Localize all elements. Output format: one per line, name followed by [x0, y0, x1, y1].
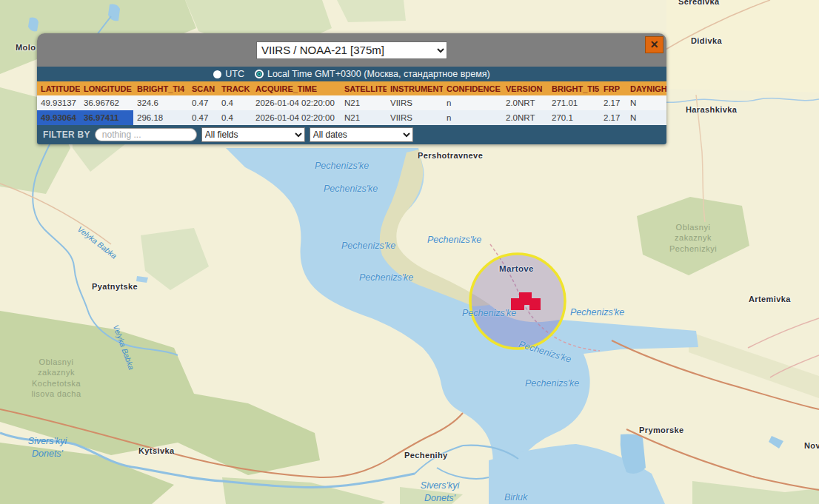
column-header[interactable]: CONFIDENCE — [443, 81, 502, 95]
table-body: 49.9313736.96762324.60.470.42026-01-04 0… — [37, 95, 666, 125]
table-cell[interactable]: 324.6 — [133, 95, 188, 110]
table-cell[interactable]: 271.01 — [548, 95, 600, 110]
map[interactable]: SeredivkaDidivkaMoloHarashkivkaPershotra… — [0, 0, 819, 504]
panel-header: VIIRS / NOAA-21 [375m] ✕ — [37, 33, 666, 67]
table-cell[interactable]: 0.47 — [188, 95, 218, 110]
table-cell[interactable]: N — [626, 110, 666, 125]
column-header[interactable]: SATELLITE — [341, 81, 387, 95]
column-header[interactable]: TRACK — [218, 81, 252, 95]
column-header[interactable]: DAYNIGHT — [626, 81, 666, 95]
table-cell[interactable]: 0.4 — [218, 95, 252, 110]
table-cell[interactable]: N — [626, 95, 666, 110]
table-cell[interactable]: n — [443, 95, 502, 110]
detections-table: LATITUDELONGITUDEBRIGHT_TI4SCANTRACKACQU… — [37, 81, 666, 125]
time-option[interactable]: Local Time GMT+0300 (Москва, стандартное… — [255, 69, 490, 79]
time-option-label: UTC — [225, 69, 244, 79]
column-header[interactable]: BRIGHT_TI4 — [133, 81, 188, 95]
time-toggle-bar: UTCLocal Time GMT+0300 (Москва, стандарт… — [37, 67, 666, 81]
table-cell[interactable]: n — [443, 110, 502, 125]
table-cell[interactable]: VIIRS — [387, 95, 443, 110]
urban-area — [666, 0, 819, 93]
close-icon: ✕ — [650, 38, 659, 50]
table-cell[interactable]: VIIRS — [387, 110, 443, 125]
table-cell[interactable]: 36.96762 — [80, 95, 133, 110]
table-cell[interactable]: 36.97411 — [80, 110, 133, 125]
filter-date-select[interactable]: All dates — [310, 127, 413, 142]
table-row[interactable]: 49.9313736.96762324.60.470.42026-01-04 0… — [37, 95, 666, 110]
detections-panel: VIIRS / NOAA-21 [375m] ✕ UTCLocal Time G… — [37, 33, 666, 144]
column-header[interactable]: SCAN — [188, 81, 218, 95]
column-header[interactable]: ACQUIRE_TIME — [252, 81, 341, 95]
column-header[interactable]: LATITUDE — [37, 81, 80, 95]
table-cell[interactable]: 2.17 — [600, 110, 626, 125]
satellite-select[interactable]: VIIRS / NOAA-21 [375m] — [256, 41, 447, 59]
filter-by-label: FILTER BY — [43, 130, 90, 140]
table-cell[interactable]: 2026-01-04 02:20:00 — [252, 95, 341, 110]
radio-icon[interactable] — [213, 70, 221, 78]
column-header[interactable]: INSTRUMENT — [387, 81, 443, 95]
time-option[interactable]: UTC — [213, 69, 244, 79]
table-cell[interactable]: 2026-01-04 02:20:00 — [252, 110, 341, 125]
radio-icon[interactable] — [255, 70, 264, 78]
table-cell[interactable]: 49.93137 — [37, 95, 80, 110]
table-cell[interactable]: 49.93064 — [37, 110, 80, 125]
filter-field-select[interactable]: All fields — [201, 127, 305, 142]
table-cell[interactable]: 2.17 — [600, 95, 626, 110]
time-option-label: Local Time GMT+0300 (Москва, стандартное… — [267, 69, 490, 79]
table-cell[interactable]: 2.0NRT — [502, 110, 548, 125]
table-row[interactable]: 49.9306436.97411296.180.470.42026-01-04 … — [37, 110, 666, 125]
table-cell[interactable]: 2.0NRT — [502, 95, 548, 110]
table-header-row: LATITUDELONGITUDEBRIGHT_TI4SCANTRACKACQU… — [37, 81, 666, 95]
table-cell[interactable]: 270.1 — [548, 110, 600, 125]
filter-bar: FILTER BY All fields All dates — [37, 125, 666, 144]
close-button[interactable]: ✕ — [645, 36, 663, 53]
table-cell[interactable]: N21 — [341, 95, 387, 110]
table-cell[interactable]: 296.18 — [133, 110, 188, 125]
table-cell[interactable]: 0.47 — [188, 110, 218, 125]
filter-input[interactable] — [95, 128, 197, 141]
column-header[interactable]: LONGITUDE — [80, 81, 133, 95]
column-header[interactable]: FRP — [600, 81, 626, 95]
column-header[interactable]: VERSION — [502, 81, 548, 95]
table-cell[interactable]: 0.4 — [218, 110, 252, 125]
table-cell[interactable]: N21 — [341, 110, 387, 125]
column-header[interactable]: BRIGHT_TI5 — [548, 81, 600, 95]
